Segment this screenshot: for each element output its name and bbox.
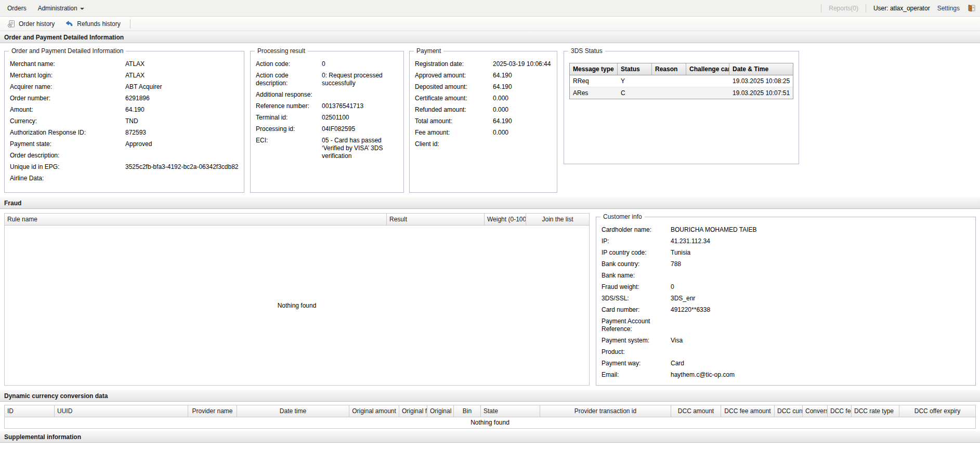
column-header[interactable]: Original c	[427, 405, 454, 417]
field-value: 05 - Card has passed ‘Verified by VISA’ …	[322, 137, 399, 160]
column-header[interactable]: Join the list	[526, 214, 589, 225]
order-history-button[interactable]: Order history	[3, 18, 59, 30]
menu-administration[interactable]: Administration	[38, 5, 84, 12]
column-header[interactable]: Status	[618, 63, 652, 75]
field-row: Refunded amount:0.000	[410, 104, 557, 116]
detail-panels: Order and Payment Detailed Information M…	[0, 43, 980, 197]
field-label: Action code:	[256, 60, 322, 68]
field-row: Amount:64.190	[5, 104, 244, 116]
field-value: 3DS_enr	[671, 295, 971, 302]
column-header[interactable]: UUID	[55, 405, 188, 417]
field-row: Deposited amount:64.190	[410, 82, 557, 93]
field-value: 64.190	[493, 117, 553, 125]
column-header[interactable]: ID	[5, 405, 55, 417]
menu-administration-label: Administration	[38, 5, 77, 12]
field-row: Additional response:	[251, 89, 403, 101]
field-row: Card number:491220**6338	[596, 305, 975, 316]
table-cell: Y	[618, 75, 652, 87]
field-row: Authorization Response ID:872593	[5, 127, 244, 139]
field-row: Merchant login:ATLAX	[5, 70, 244, 82]
field-value: ATLAX	[125, 60, 240, 68]
column-header[interactable]: DCC offer expiry	[899, 405, 975, 417]
column-header[interactable]: Rule name	[5, 214, 387, 225]
field-row: Payment state:Approved	[5, 139, 244, 150]
column-header[interactable]: Message type	[570, 63, 618, 75]
field-row: Airline Data:	[5, 173, 244, 184]
field-value: 0	[322, 60, 399, 68]
column-header[interactable]: Reason	[652, 63, 686, 75]
field-label: IP:	[602, 237, 671, 245]
field-label: 3DS/SSL:	[602, 295, 671, 302]
column-header[interactable]: Date time	[237, 405, 349, 417]
field-value: 872593	[125, 129, 240, 137]
field-value	[493, 140, 553, 148]
field-value: 491220**6338	[671, 306, 971, 314]
field-value: 02501100	[322, 114, 399, 122]
field-label: Email:	[602, 371, 671, 379]
table-row[interactable]: RReq Y 19.03.2025 10:08:25	[570, 75, 793, 87]
table-cell	[652, 75, 686, 87]
logout-button[interactable]	[967, 4, 976, 12]
field-row: IP:41.231.112.34	[596, 236, 975, 247]
field-value: TND	[125, 117, 240, 125]
menu-orders[interactable]: Orders	[7, 5, 27, 12]
column-header[interactable]: Original amount	[349, 405, 399, 417]
column-header[interactable]: Challenge cancel	[686, 63, 729, 75]
field-label: Approved amount:	[415, 72, 493, 80]
refunds-history-button[interactable]: Refunds history	[61, 18, 124, 30]
field-label: Certificate amount:	[415, 95, 493, 102]
column-header[interactable]: State	[481, 405, 540, 417]
field-row: Reference number:001376541713	[251, 101, 403, 112]
main-section-header: Order and Payment Detailed Information	[0, 31, 980, 43]
table-cell	[686, 75, 729, 87]
field-value: 2025-03-19 10:06:44	[493, 60, 553, 68]
column-header[interactable]: Result	[387, 214, 485, 225]
field-value: 001376541713	[322, 102, 399, 110]
column-header[interactable]: Provider name	[188, 405, 237, 417]
dcc-section-header: Dynamic currency conversion data	[0, 390, 980, 402]
column-header[interactable]: Provider transaction id	[540, 405, 671, 417]
divider	[821, 4, 821, 12]
refunds-history-label: Refunds history	[77, 20, 120, 28]
field-label: Bank country:	[602, 260, 671, 268]
column-header[interactable]: DCC fee	[828, 405, 852, 417]
application-window: Orders Administration Reports(0) User: a…	[0, 0, 980, 449]
customer-info-legend: Customer info	[600, 213, 645, 220]
column-header[interactable]: DCC rate type	[852, 405, 899, 417]
table-row[interactable]: ARes C 19.03.2025 10:07:51	[570, 87, 793, 99]
field-value: 04IF082595	[322, 125, 399, 133]
table-header-row: Message type Status Reason Challenge can…	[570, 63, 793, 75]
menu-reports: Reports(0)	[829, 5, 858, 12]
field-value: ATLAX	[125, 72, 240, 80]
column-header[interactable]: DCC amount	[671, 405, 721, 417]
column-header[interactable]: Original f	[399, 405, 427, 417]
field-label: IP country code:	[602, 249, 671, 257]
chevron-down-icon	[80, 8, 84, 10]
field-label: ECI:	[256, 137, 322, 160]
field-label: Fee amount:	[415, 129, 493, 137]
field-value: 3525c2fb-bfa3-4192-bc2a-06342f3cdb82	[125, 163, 240, 171]
field-row: Product:	[596, 347, 975, 358]
field-row: Email:haythem.c@tic-op.com	[596, 369, 975, 381]
column-header[interactable]: DCC curr	[775, 405, 803, 417]
field-label: Cardholder name:	[602, 226, 671, 234]
table-cell: C	[618, 87, 652, 99]
menu-settings[interactable]: Settings	[937, 5, 960, 12]
field-label: Deposited amount:	[415, 83, 493, 91]
table-cell: RReq	[570, 75, 618, 87]
field-label: Order description:	[10, 152, 125, 160]
field-value: 64.190	[493, 72, 553, 80]
field-row: Bank country:788	[596, 259, 975, 270]
field-label: Card number:	[602, 306, 671, 314]
field-value: 0.000	[493, 129, 553, 137]
field-value: Visa	[671, 337, 971, 345]
field-value: 0.000	[493, 106, 553, 114]
column-header[interactable]: DCC fee amount	[721, 405, 775, 417]
column-header[interactable]: Date & Time	[729, 63, 793, 75]
order-history-label: Order history	[19, 20, 55, 28]
column-header[interactable]: Bin	[454, 405, 481, 417]
empty-table-message: Nothing found	[278, 302, 317, 309]
column-header[interactable]: Weight (0-100)	[485, 214, 526, 225]
column-header[interactable]: Conversi	[803, 405, 828, 417]
dcc-section: ID UUID Provider name Date time Original…	[0, 402, 980, 431]
